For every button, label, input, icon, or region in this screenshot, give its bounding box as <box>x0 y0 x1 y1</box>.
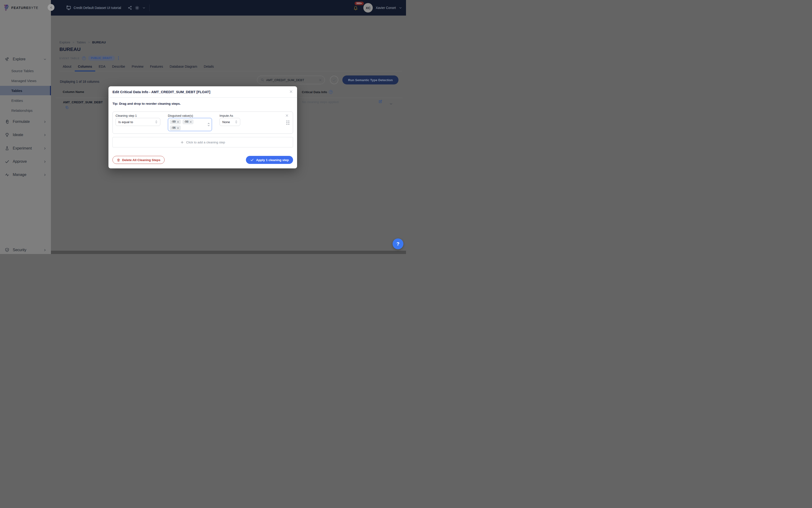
disguised-values-label: Disguised value(s) <box>168 114 193 118</box>
kebab-menu-icon[interactable] <box>117 56 120 60</box>
column-search-input[interactable]: AMT_CREDIT_SUM_DEBT <box>257 76 325 84</box>
telescope-icon <box>5 57 9 61</box>
edit-critical-data-info-icon[interactable] <box>378 99 382 103</box>
user-menu-chevron-icon[interactable] <box>399 6 402 10</box>
sidebar-item-manage[interactable]: Manage <box>0 171 51 179</box>
remove-chip-icon[interactable] <box>177 127 179 129</box>
chevron-down-icon[interactable] <box>142 6 146 10</box>
tab-about[interactable]: About <box>59 62 75 71</box>
plus-icon <box>180 140 184 144</box>
chevron-right-icon <box>43 133 47 137</box>
sidebar-item-managed-views[interactable]: Managed Views <box>0 76 51 85</box>
cleaning-step-label: Cleaning step 1 <box>116 114 137 118</box>
check-icon <box>5 159 9 164</box>
breadcrumb-tables[interactable]: Tables <box>77 41 86 44</box>
close-icon[interactable] <box>289 90 293 93</box>
value-chip: -96 <box>170 125 181 130</box>
chevron-right-icon <box>43 248 47 252</box>
select-all-toggle[interactable] <box>330 76 339 84</box>
chevron-down-icon <box>43 57 47 61</box>
monitor-check-icon <box>66 5 71 10</box>
remove-step-icon[interactable] <box>285 114 288 117</box>
operation-select[interactable]: Is equal to <box>116 118 160 126</box>
shield-check-icon <box>5 248 9 252</box>
sidebar-item-source-tables[interactable]: Source Tables <box>0 66 51 76</box>
status-badge: PUBLIC_DRAFT <box>88 56 115 60</box>
chevron-right-icon <box>43 173 47 177</box>
sidebar-item-explore[interactable]: Explore <box>0 55 51 64</box>
remove-chip-icon[interactable] <box>177 121 179 123</box>
sidebar-item-label: Manage <box>13 173 27 177</box>
notifications-button[interactable]: 999+ <box>353 5 358 10</box>
sidebar-item-experiment[interactable]: Experiment <box>0 144 51 153</box>
tab-describe[interactable]: Describe <box>109 62 128 71</box>
tab-columns[interactable]: Columns <box>75 62 95 72</box>
top-bar-divider <box>149 4 150 11</box>
delete-all-cleaning-steps-button[interactable]: Delete All Cleaning Steps <box>112 156 165 164</box>
top-bar: FEATUREBYTE Credit Default Dataset UI tu… <box>0 0 406 15</box>
page-title: BUREAU <box>59 46 81 52</box>
sidebar-item-ideate[interactable]: Ideate <box>0 131 51 139</box>
value-chip: -98 <box>182 119 193 124</box>
spinner-arrows-icon[interactable] <box>207 122 210 127</box>
trash-icon <box>117 158 120 162</box>
impute-as-label: Impute As <box>220 114 233 118</box>
help-button[interactable]: ? <box>393 239 403 249</box>
brand-logo: FEATUREBYTE <box>0 0 51 15</box>
activity-icon <box>5 172 9 177</box>
tab-database-diagram[interactable]: Database Diagram <box>167 62 200 71</box>
apply-cleaning-step-button[interactable]: Apply 1 cleaning step <box>246 156 293 164</box>
sidebar-item-label: Explore <box>13 57 26 61</box>
help-question-icon[interactable]: ? <box>329 90 333 94</box>
chevron-right-icon <box>43 120 47 124</box>
value-chip: -99 <box>170 119 181 124</box>
tab-preview[interactable]: Preview <box>129 62 147 71</box>
sidebar-item-label: Security <box>13 248 27 252</box>
sidebar-item-entities[interactable]: Entities <box>0 96 51 105</box>
header-column-name: Column Name <box>63 90 84 94</box>
breadcrumb-explore[interactable]: Explore <box>59 41 70 44</box>
sidebar-item-tables[interactable]: Tables <box>0 86 51 95</box>
modal-header: Edit Critical Data Info - AMT_CREDIT_SUM… <box>108 86 297 98</box>
drag-handle-icon[interactable] <box>286 121 289 125</box>
top-bar-main: Credit Default Dataset UI tutorial 999+ … <box>51 0 406 15</box>
disguised-values-input[interactable]: -99 -98 -96 <box>168 118 212 131</box>
sidebar-collapse-button[interactable] <box>48 4 54 11</box>
sidebar-item-relationships[interactable]: Relationships <box>0 105 51 115</box>
breadcrumb: Explore > Tables > BUREAU <box>59 41 106 44</box>
sidebar-item-approve[interactable]: Approve <box>0 157 51 166</box>
row-column-name: AMT_CREDIT_SUM_DEBT <box>63 100 103 104</box>
share-icon[interactable] <box>128 6 132 10</box>
copy-icon[interactable] <box>65 105 69 109</box>
row-expand-chevron-icon[interactable] <box>389 102 393 106</box>
chevron-left-icon <box>49 6 53 9</box>
workspace-title[interactable]: Credit Default Dataset UI tutorial <box>74 6 121 10</box>
table-meta-row: EVENT TABLE ? PUBLIC_DRAFT <box>59 56 120 60</box>
check-icon <box>250 158 254 162</box>
top-bar-right: 999+ XC Xavier Conort <box>353 3 402 12</box>
sidebar-item-security[interactable]: Security <box>0 246 51 254</box>
avatar[interactable]: XC <box>363 3 373 12</box>
tab-eda[interactable]: EDA <box>95 62 109 71</box>
clear-search-icon[interactable] <box>319 79 322 82</box>
user-name: Xavier Conort <box>375 6 396 10</box>
gear-icon[interactable] <box>135 6 139 10</box>
tab-features[interactable]: Features <box>147 62 166 71</box>
cleaning-step-card: Cleaning step 1 Is equal to Disguised va… <box>112 112 293 134</box>
remove-chip-icon[interactable] <box>189 121 192 123</box>
head-gear-icon <box>5 119 9 124</box>
run-semantic-type-detection-button[interactable]: Run Semantic Type Detection <box>342 76 399 84</box>
add-cleaning-step-button[interactable]: Click to add a cleaning step <box>112 137 293 147</box>
breadcrumb-current: BUREAU <box>92 41 106 44</box>
sidebar-item-label: Ideate <box>13 133 23 137</box>
table-type-label: EVENT TABLE <box>59 57 80 60</box>
sidebar: Explore Source Tables Managed Views Tabl… <box>0 15 51 254</box>
modal-title: Edit Critical Data Info - AMT_CREDIT_SUM… <box>112 90 210 94</box>
notification-count-badge: 999+ <box>355 2 364 5</box>
flask-icon <box>5 146 9 151</box>
impute-select[interactable]: None <box>220 118 240 126</box>
tab-details[interactable]: Details <box>200 62 217 71</box>
help-question-icon[interactable]: ? <box>82 56 86 60</box>
sidebar-item-formulate[interactable]: Formulate <box>0 118 51 126</box>
sidebar-item-label: Experiment <box>13 146 32 151</box>
